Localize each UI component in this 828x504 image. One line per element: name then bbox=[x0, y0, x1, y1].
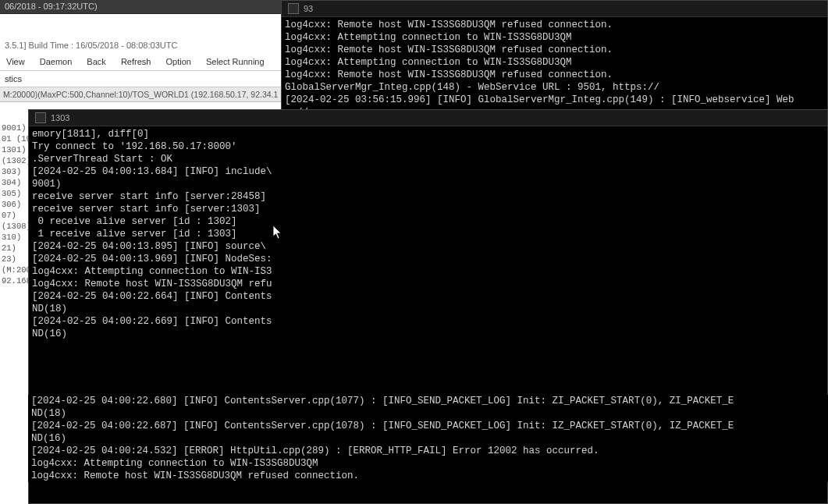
console-merged-output[interactable]: [2024-02-25 04:00:22.680] [INFO] Content… bbox=[28, 395, 828, 482]
log-line: ND(16) bbox=[32, 328, 279, 340]
console-title-1303[interactable]: 1303 bbox=[29, 110, 827, 126]
log-line: ND(16) bbox=[31, 432, 825, 445]
console-icon bbox=[288, 3, 299, 14]
log-line: log4cxx: Remote host WIN-IS3SG8DU3QM ref… bbox=[32, 278, 279, 290]
sidebar-item[interactable]: (1302) bbox=[0, 155, 28, 166]
log-line: receive server start info [server:28458] bbox=[32, 190, 279, 203]
sidebar-item[interactable]: 01 (192. bbox=[0, 133, 28, 144]
console-icon bbox=[35, 112, 46, 123]
sidebar-item[interactable]: 1301) bbox=[0, 144, 28, 155]
menu-daemon[interactable]: Daemon bbox=[34, 54, 79, 69]
log-line: .ServerThread Start : OK bbox=[32, 153, 279, 165]
background-titlebar[interactable]: 06/2018 - 09:17:32UTC) bbox=[0, 0, 281, 14]
sidebar-item[interactable]: 305) bbox=[0, 188, 28, 199]
menu-refresh[interactable]: Refresh bbox=[115, 54, 158, 69]
background-status: M:20000)(MaxPC:500,Channel:10)/TOS_WORLD… bbox=[0, 87, 281, 102]
sidebar-item[interactable]: 21) bbox=[0, 243, 28, 254]
sidebar-item[interactable]: 07) bbox=[0, 210, 28, 221]
menu-back[interactable]: Back bbox=[80, 54, 112, 69]
mouse-cursor bbox=[273, 225, 283, 240]
sidebar-item[interactable]: 310) bbox=[0, 232, 28, 243]
sidebar-item[interactable]: 304) bbox=[0, 177, 28, 188]
log-line: Try connect to '192.168.50.17:8000' bbox=[32, 140, 279, 153]
sidebar-item[interactable]: 92.168.5 bbox=[0, 275, 28, 286]
log-line: [2024-02-25 04:00:24.532] [ERROR] HttpUt… bbox=[31, 445, 825, 457]
console-body-1303[interactable]: emory[1811], diff[0]Try connect to '192.… bbox=[29, 126, 283, 342]
log-line: log4cxx: Attempting connection to WIN-IS… bbox=[285, 31, 824, 44]
log-line: [2024-02-25 04:00:22.687] [INFO] Content… bbox=[31, 420, 825, 432]
sidebar-item[interactable]: 306) bbox=[0, 199, 28, 210]
log-line: [2024-02-25 04:00:13.684] [INFO] include… bbox=[32, 165, 279, 178]
sidebar-item[interactable]: (1308) bbox=[0, 221, 28, 232]
log-line: receive server start info [server:1303] bbox=[32, 203, 279, 215]
sidebar-item[interactable]: (M:200 bbox=[0, 264, 28, 275]
log-line: [2024-02-25 04:00:22.664] [INFO] Content… bbox=[32, 290, 279, 303]
log-line: 1 receive alive server [id : 1303] bbox=[32, 228, 279, 240]
log-line: ND(18) bbox=[31, 407, 825, 420]
sidebar-item[interactable]: 9001) ( bbox=[0, 122, 28, 133]
log-line: [2024-02-25 04:00:22.669] [INFO] Content… bbox=[32, 315, 279, 328]
log-line: log4cxx: Remote host WIN-IS3SG8DU3QM ref… bbox=[285, 19, 824, 31]
log-line: log4cxx: Attempting connection to WIN-IS… bbox=[285, 56, 824, 69]
sidebar-item[interactable]: 303) bbox=[0, 166, 28, 177]
log-line: log4cxx: Remote host WIN-IS3SG8DU3QM ref… bbox=[285, 44, 824, 56]
menu-view[interactable]: View bbox=[0, 54, 31, 69]
console-title-93[interactable]: 93 bbox=[282, 1, 827, 17]
log-line: 0 receive alive server [id : 1302] bbox=[32, 215, 279, 228]
log-line: 9001) bbox=[32, 178, 279, 190]
console-title-text: 93 bbox=[304, 4, 313, 13]
log-line: [2024-02-25 04:00:13.895] [INFO] source\ bbox=[32, 240, 279, 253]
menu-option[interactable]: Option bbox=[159, 54, 197, 69]
log-line: log4cxx: Remote host WIN-IS3SG8DU3QM ref… bbox=[31, 470, 825, 482]
background-menu: View Daemon Back Refresh Option Select R… bbox=[0, 53, 281, 71]
log-line: ND(18) bbox=[32, 303, 279, 315]
log-line: log4cxx: Attempting connection to WIN-IS… bbox=[32, 265, 279, 278]
sidebar-item[interactable]: 23) bbox=[0, 254, 28, 264]
menu-select-running[interactable]: Select Running bbox=[200, 54, 271, 69]
log-line: log4cxx: Attempting connection to WIN-IS… bbox=[31, 457, 825, 470]
log-line: [2024-02-25 04:00:13.969] [INFO] NodeSes… bbox=[32, 253, 279, 265]
log-line: GlobalServerMgr_Integ.cpp(148) - WebServ… bbox=[285, 81, 824, 94]
log-line: emory[1811], diff[0] bbox=[32, 128, 279, 140]
log-line: log4cxx: Remote host WIN-IS3SG8DU3QM ref… bbox=[285, 69, 824, 81]
build-time-label: 3.5.1] Build Time : 16/05/2018 - 08:08:0… bbox=[0, 37, 281, 53]
log-line: [2024-02-25 03:56:15.996] [INFO] GlobalS… bbox=[285, 94, 824, 106]
background-tab[interactable]: stics bbox=[0, 71, 281, 87]
console-title-text: 1303 bbox=[51, 113, 69, 122]
background-sidebar: 9001) (01 (192.1301)(1302)303)304)305)30… bbox=[0, 122, 28, 286]
log-line: [2024-02-25 04:00:22.680] [INFO] Content… bbox=[31, 395, 825, 407]
